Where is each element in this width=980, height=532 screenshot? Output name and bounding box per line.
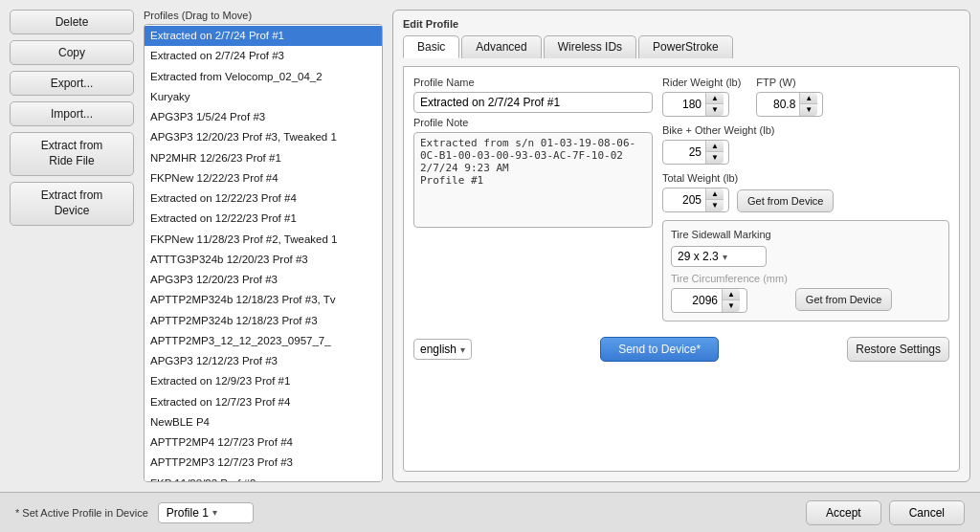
tire-section: Tire Sidewall Marking 29 x 2.3 ▾ Tire Ci…: [662, 220, 949, 321]
accept-button[interactable]: Accept: [806, 500, 881, 525]
ftp-stepper[interactable]: ▲ ▼: [756, 92, 823, 117]
ftp-up-button[interactable]: ▲: [800, 93, 817, 104]
tab-advanced[interactable]: Advanced: [461, 35, 541, 58]
profile-name-col: Profile Name Profile Note: [413, 77, 653, 228]
total-weight-label: Total Weight (lb): [662, 172, 949, 184]
language-select[interactable]: english ▾: [413, 339, 472, 360]
tab-wireless-ids[interactable]: Wireless IDs: [544, 35, 636, 58]
weight-ftp-row: Rider Weight (lb) ▲ ▼ FTP (W): [662, 77, 949, 117]
tire-circ-col: Tire Circumference (mm) ▲ ▼: [671, 273, 788, 313]
tabs-bar: Basic Advanced Wireless IDs PowerStroke: [403, 35, 960, 58]
profile-item[interactable]: FKP 11/28/23 Prof #2: [145, 474, 382, 483]
profile-item[interactable]: ATTTG3P324b 12/20/23 Prof #3: [145, 250, 382, 270]
profile-item[interactable]: Extracted from Velocomp_02_04_2: [145, 67, 382, 87]
profile-item[interactable]: APTTP2MP3_12_12_2023_0957_7_: [145, 331, 382, 351]
tire-sidewall-row: 29 x 2.3 ▾: [671, 246, 941, 267]
ftp-stepper-btns: ▲ ▼: [799, 93, 817, 116]
tire-circ-stepper-btns: ▲ ▼: [722, 289, 740, 312]
footer-buttons: Accept Cancel: [806, 500, 965, 525]
profile-item[interactable]: Extracted on 2/7/24 Prof #1: [145, 26, 382, 46]
profile-item[interactable]: APTTP2MP3 12/7/23 Prof #3: [145, 453, 382, 473]
tire-circumference-label: Tire Circumference (mm): [671, 273, 788, 284]
set-active-label: * Set Active Profile in Device: [15, 507, 148, 519]
cancel-button[interactable]: Cancel: [889, 500, 965, 525]
rider-weight-col: Rider Weight (lb) ▲ ▼: [662, 77, 741, 117]
bike-weight-label: Bike + Other Weight (lb): [662, 124, 949, 136]
bike-weight-stepper-btns: ▲ ▼: [705, 141, 724, 164]
tire-circ-up-button[interactable]: ▲: [723, 289, 740, 300]
import-button[interactable]: Import...: [10, 101, 134, 126]
extract-ride-button[interactable]: Extract fromRide File: [10, 132, 134, 176]
profile-name-input[interactable]: [413, 92, 653, 113]
bike-weight-down-button[interactable]: ▼: [706, 152, 724, 164]
total-weight-stepper[interactable]: ▲ ▼: [662, 188, 729, 212]
tire-circ-input[interactable]: [672, 291, 722, 310]
profile-item[interactable]: Extracted on 2/7/24 Prof #3: [145, 46, 382, 66]
total-weight-col: Total Weight (lb) ▲ ▼ Get from Device: [662, 172, 949, 212]
profile-note-textarea[interactable]: [413, 132, 653, 228]
tire-sidewall-select[interactable]: 29 x 2.3 ▾: [671, 246, 767, 267]
profile-item[interactable]: FKPNew 11/28/23 Prof #2, Tweaked 1: [145, 230, 382, 250]
profile-item[interactable]: Extracted on 12/7/23 Prof #4: [145, 392, 382, 412]
profile-item[interactable]: APTTP2MP4 12/7/23 Prof #4: [145, 432, 382, 453]
rider-weight-stepper[interactable]: ▲ ▼: [662, 92, 729, 117]
bike-weight-col: Bike + Other Weight (lb) ▲ ▼: [662, 124, 949, 165]
tab-content-basic: Profile Name Profile Note Rider Weight (…: [403, 66, 960, 472]
total-weight-up-button[interactable]: ▲: [706, 188, 724, 200]
tire-circ-down-button[interactable]: ▼: [723, 300, 740, 312]
profile-item[interactable]: NP2MHR 12/26/23 Prof #1: [145, 148, 382, 168]
tab-powerstroke[interactable]: PowerStroke: [638, 35, 733, 58]
profile-item[interactable]: Extracted on 12/9/23 Prof #1: [145, 371, 382, 391]
copy-button[interactable]: Copy: [10, 40, 134, 65]
bike-weight-up-button[interactable]: ▲: [706, 141, 724, 152]
bike-weight-input[interactable]: [663, 143, 705, 162]
rider-weight-up-button[interactable]: ▲: [706, 93, 724, 104]
profile-item[interactable]: APG3P3 1/5/24 Prof #3: [145, 107, 382, 127]
profile-item[interactable]: FKPNew 12/22/23 Prof #4: [145, 168, 382, 188]
profile-item[interactable]: NewBLE P4: [145, 412, 382, 432]
active-profile-select[interactable]: Profile 1 ▾: [158, 502, 254, 523]
profile-item[interactable]: APTTP2MP324b 12/18/23 Prof #3, Tv: [145, 290, 382, 310]
get-from-device-tire-button[interactable]: Get from Device: [795, 288, 892, 311]
ftp-label: FTP (W): [756, 77, 823, 88]
tire-sidewall-label: Tire Sidewall Marking: [671, 229, 941, 240]
extract-device-button[interactable]: Extract fromDevice: [10, 182, 134, 226]
active-profile-dropdown-icon: ▾: [212, 507, 217, 518]
restore-settings-button[interactable]: Restore Settings: [847, 337, 949, 362]
tire-circ-stepper[interactable]: ▲ ▼: [671, 288, 747, 313]
export-button[interactable]: Export...: [10, 71, 134, 96]
send-to-device-button[interactable]: Send to Device*: [600, 337, 719, 362]
rider-weight-label: Rider Weight (lb): [662, 77, 741, 88]
profile-item[interactable]: APG3P3 12/20/23 Prof #3: [145, 270, 382, 290]
rider-weight-down-button[interactable]: ▼: [706, 104, 724, 116]
rider-weight-stepper-btns: ▲ ▼: [705, 93, 724, 116]
profile-item[interactable]: APG3P3 12/12/23 Prof #3: [145, 351, 382, 371]
profile-item[interactable]: Kuryaky: [145, 87, 382, 107]
profile-name-row: Profile Name Profile Note Rider Weight (…: [413, 77, 949, 321]
get-from-device-weight-button[interactable]: Get from Device: [737, 189, 834, 212]
tab-bottom-bar: english ▾ Send to Device* Restore Settin…: [413, 337, 949, 362]
profiles-area: Profiles (Drag to Move) Extracted on 2/7…: [144, 10, 383, 482]
ftp-down-button[interactable]: ▼: [800, 104, 817, 116]
bike-weight-stepper[interactable]: ▲ ▼: [662, 140, 729, 165]
profile-item[interactable]: Extracted on 12/22/23 Prof #4: [145, 188, 382, 209]
profile-name-label: Profile Name: [413, 77, 653, 88]
language-dropdown-icon: ▾: [460, 344, 465, 355]
tab-basic[interactable]: Basic: [403, 35, 459, 58]
edit-profile-title: Edit Profile: [403, 18, 960, 30]
profiles-list[interactable]: Extracted on 2/7/24 Prof #1Extracted on …: [144, 24, 383, 482]
total-weight-row: ▲ ▼ Get from Device: [662, 188, 949, 212]
ftp-input[interactable]: [757, 95, 799, 114]
ftp-col: FTP (W) ▲ ▼: [756, 77, 823, 117]
active-profile-value: Profile 1: [167, 506, 209, 520]
profile-item[interactable]: Extracted on 12/22/23 Prof #1: [145, 209, 382, 229]
left-panel: Delete Copy Export... Import... Extract …: [10, 10, 134, 482]
right-fields: Rider Weight (lb) ▲ ▼ FTP (W): [662, 77, 949, 321]
delete-button[interactable]: Delete: [10, 10, 134, 34]
profile-item[interactable]: APG3P3 12/20/23 Prof #3, Tweaked 1: [145, 127, 382, 147]
rider-weight-input[interactable]: [663, 95, 705, 114]
total-weight-input[interactable]: [663, 190, 705, 210]
total-weight-down-button[interactable]: ▼: [706, 200, 724, 211]
profile-item[interactable]: APTTP2MP324b 12/18/23 Prof #3: [145, 311, 382, 331]
total-weight-stepper-btns: ▲ ▼: [705, 188, 724, 211]
